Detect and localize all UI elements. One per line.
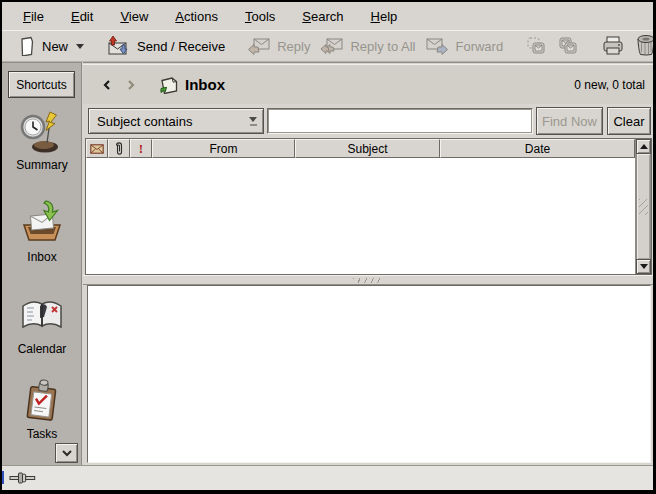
print-button[interactable] [596,33,630,59]
reply-label: Reply [277,39,310,54]
move-message-button[interactable] [552,34,584,58]
message-list-main: ! From Subject Date [86,139,635,274]
sidebar-item-inbox[interactable]: Inbox [2,199,82,264]
menu-file[interactable]: File [14,4,53,29]
forward-nav-button[interactable] [119,76,143,94]
send-receive-label: Send / Receive [137,39,225,54]
search-criteria-value: Subject contains [97,114,192,129]
folder-message-count: 0 new, 0 total [574,78,645,92]
menu-search[interactable]: Search [293,4,352,29]
sidebar-item-label: Tasks [27,427,58,441]
delete-button[interactable] [630,32,653,60]
arrow-down-icon [640,264,648,269]
column-date[interactable]: Date [440,139,635,158]
reply-button[interactable]: Reply [242,34,315,58]
message-list-scrollbar [635,139,651,274]
new-button[interactable]: New [13,34,89,58]
new-button-label: New [42,39,68,54]
search-input[interactable] [267,108,533,134]
reply-to-all-button[interactable]: Reply to All [315,34,420,58]
find-now-label: Find Now [542,114,597,129]
inbox-folder-icon [159,76,179,94]
delete-icon [635,34,653,58]
menu-tools[interactable]: Tools [236,4,284,29]
message-list-body[interactable] [86,158,635,274]
column-subject[interactable]: Subject [295,139,440,158]
send-receive-button[interactable]: Send / Receive [101,33,230,59]
folder-title: Inbox [185,76,225,93]
find-now-button[interactable]: Find Now [536,107,603,135]
evolution-window: File Edit View Actions Tools Search Help… [2,2,653,490]
sidebar-item-label: Inbox [27,250,56,264]
back-button[interactable] [95,76,119,94]
folder-header: Inbox 0 new, 0 total [83,64,653,104]
message-list: ! From Subject Date [85,138,652,275]
move-message-icon [557,36,579,56]
back-icon [101,78,113,92]
forward-icon [425,36,449,56]
message-preview-pane [87,285,651,463]
chevron-down-icon [60,448,74,458]
menu-bar: File Edit View Actions Tools Search Help [2,2,653,30]
copy-message-button[interactable] [520,34,552,58]
clear-label: Clear [613,114,644,129]
main-panel: Inbox 0 new, 0 total Subject contains Fi… [83,62,653,465]
column-from[interactable]: From [152,139,295,158]
reply-to-all-icon [320,36,344,56]
option-menu-indicator-icon [249,117,259,126]
forward-label: Forward [455,39,503,54]
sidebar-item-tasks[interactable]: Tasks [2,378,82,441]
forward-nav-icon [125,78,137,92]
pane-splitter[interactable] [83,275,653,285]
menu-view[interactable]: View [111,4,157,29]
copy-message-icon [525,36,547,56]
clear-button[interactable]: Clear [607,107,651,135]
chevron-down-icon [76,44,84,49]
status-bar [2,465,653,490]
forward-button[interactable]: Forward [420,34,508,58]
column-attachment[interactable] [108,139,130,158]
menu-help[interactable]: Help [362,4,407,29]
sidebar-item-label: Summary [16,158,67,172]
scrollbar-up-button[interactable] [636,139,651,154]
search-bar: Subject contains Find Now Clear [88,107,651,135]
menu-actions[interactable]: Actions [166,4,227,29]
scrollbar-thumb[interactable] [636,154,651,259]
reply-to-all-label: Reply to All [350,39,415,54]
menu-edit[interactable]: Edit [62,4,102,29]
reply-icon [247,36,271,56]
summary-clock-icon [19,109,65,155]
send-receive-icon [106,35,131,57]
sidebar-item-label: Calendar [18,342,67,356]
inbox-tray-icon [18,199,66,247]
search-criteria-dropdown[interactable]: Subject contains [88,108,264,134]
priority-exclamation-icon: ! [139,141,143,157]
shortcut-bar: Shortcuts Summary [2,62,82,465]
shortcuts-label: Shortcuts [16,78,67,92]
tasks-clipboard-icon [19,378,65,424]
status-resize-tick [2,471,4,484]
column-message-status[interactable] [86,139,108,158]
splitter-grip-icon [353,278,383,283]
message-list-header: ! From Subject Date [86,139,635,158]
scrollbar-down-button[interactable] [636,259,651,274]
arrow-up-icon [640,144,648,149]
unread-envelope-icon [90,144,104,154]
offline-plug-icon[interactable] [9,471,39,485]
column-priority[interactable]: ! [130,139,152,158]
shortcuts-group-button[interactable]: Shortcuts [8,71,75,98]
sidebar-scroll-down-button[interactable] [55,443,78,463]
print-icon [601,35,625,57]
sidebar-item-calendar[interactable]: Calendar [2,293,82,356]
attachment-paperclip-icon [114,141,124,156]
toolbar: New Send / Receive [2,30,653,62]
sidebar-item-summary[interactable]: Summary [2,109,82,172]
calendar-book-icon [19,293,65,339]
new-document-icon [18,36,36,56]
